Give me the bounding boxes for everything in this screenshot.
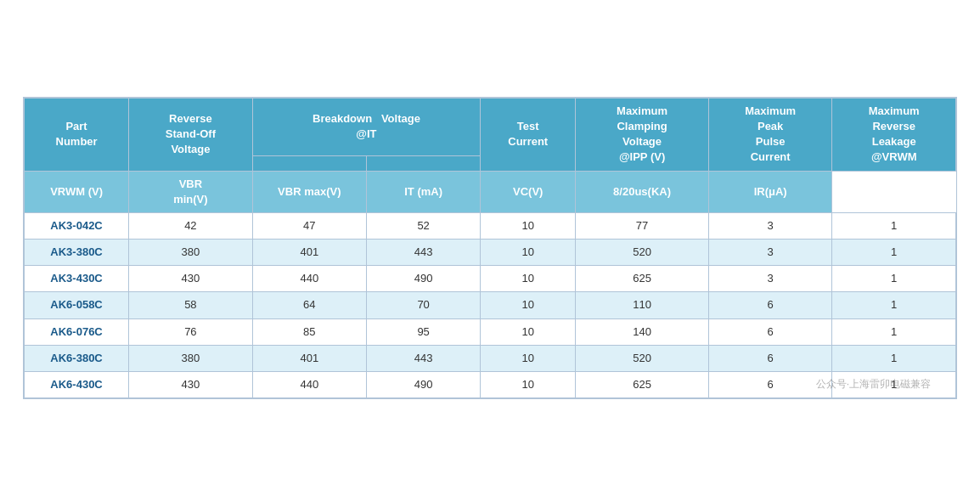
cell-vbr-max: 443 — [366, 240, 480, 266]
main-table-wrapper: Part Number Reverse Stand-Off Voltage Br… — [23, 97, 957, 399]
cell-vbr-min: 85 — [252, 318, 366, 345]
table-row: AK3-042C424752107731 — [25, 212, 956, 239]
header-clamping-voltage: Maximum Clamping Voltage @IPP (V) — [576, 98, 709, 171]
cell-vbr-min: 440 — [252, 372, 366, 398]
cell-vrwm: 430 — [129, 372, 253, 398]
table-row: AK3-380C3804014431052031 — [25, 240, 956, 266]
cell-it: 10 — [481, 345, 576, 371]
cell-vrwm: 58 — [129, 292, 253, 318]
cell-part: AK3-430C — [25, 266, 129, 292]
subheader-vbr-max: VBR max(V) — [252, 171, 366, 212]
table-row: AK6-380C3804014431052061 — [25, 345, 956, 371]
header-part-number: Part Number — [25, 98, 129, 171]
cell-peak: 6 — [708, 318, 832, 345]
cell-part: AK6-076C — [25, 318, 129, 345]
cell-vc: 77 — [576, 212, 709, 239]
subheader-vbr-min: VBR min(V) — [129, 171, 253, 212]
cell-ir: 1 — [832, 212, 956, 239]
cell-part: AK6-058C — [25, 292, 129, 318]
cell-it: 10 — [481, 266, 576, 292]
cell-part: AK6-380C — [25, 345, 129, 371]
cell-peak: 6 — [708, 372, 832, 398]
cell-it: 10 — [481, 212, 576, 239]
table-row: AK6-430C4304404901062561 — [25, 372, 956, 398]
cell-vbr-max: 490 — [366, 266, 480, 292]
cell-vbr-max: 70 — [366, 292, 480, 318]
cell-vbr-min: 440 — [252, 266, 366, 292]
cell-ir: 1 — [832, 266, 956, 292]
cell-it: 10 — [481, 372, 576, 398]
subheader-ir-ua: IR(μA) — [708, 171, 832, 212]
subheader-it-ma: IT (mA) — [366, 171, 480, 212]
header-peak-pulse: Maximum Peak Pulse Current — [708, 98, 832, 171]
header-test-current: Test Current — [481, 98, 576, 171]
cell-vc: 625 — [576, 372, 709, 398]
subheader-peak-ka: 8/20us(KA) — [576, 171, 709, 212]
cell-vrwm: 42 — [129, 212, 253, 239]
header-vrwm: Reverse Stand-Off Voltage — [129, 98, 253, 171]
cell-vc: 625 — [576, 266, 709, 292]
cell-peak: 6 — [708, 292, 832, 318]
cell-vc: 110 — [576, 292, 709, 318]
subheader-vc-v: VC(V) — [481, 171, 576, 212]
header-vbr-max-top — [366, 155, 480, 171]
header-leakage: Maximum Reverse Leakage @VRWM — [832, 98, 956, 171]
cell-vrwm: 430 — [129, 266, 253, 292]
cell-it: 10 — [481, 240, 576, 266]
cell-vc: 140 — [576, 318, 709, 345]
cell-it: 10 — [481, 292, 576, 318]
cell-ir: 1 — [832, 318, 956, 345]
cell-part: AK3-380C — [25, 240, 129, 266]
cell-vbr-min: 64 — [252, 292, 366, 318]
cell-vbr-max: 443 — [366, 345, 480, 371]
header-breakdown-voltage: Breakdown Voltage @IT — [252, 98, 481, 155]
cell-it: 10 — [481, 318, 576, 345]
cell-peak: 6 — [708, 345, 832, 371]
table-row: AK6-076C7685951014061 — [25, 318, 956, 345]
cell-ir: 1 — [832, 372, 956, 398]
cell-peak: 3 — [708, 240, 832, 266]
cell-vrwm: 76 — [129, 318, 253, 345]
table-row: AK3-430C4304404901062531 — [25, 266, 956, 292]
cell-ir: 1 — [832, 240, 956, 266]
cell-ir: 1 — [832, 345, 956, 371]
cell-part: AK3-042C — [25, 212, 129, 239]
cell-peak: 3 — [708, 212, 832, 239]
cell-vbr-min: 47 — [252, 212, 366, 239]
header-vbr-min-top — [252, 155, 366, 171]
cell-vrwm: 380 — [129, 345, 253, 371]
table-row: AK6-058C5864701011061 — [25, 292, 956, 318]
subheader-vrwm-v: VRWM (V) — [25, 171, 129, 212]
cell-vc: 520 — [576, 240, 709, 266]
cell-vbr-min: 401 — [252, 345, 366, 371]
cell-ir: 1 — [832, 292, 956, 318]
cell-vbr-min: 401 — [252, 240, 366, 266]
cell-part: AK6-430C — [25, 372, 129, 398]
cell-vrwm: 380 — [129, 240, 253, 266]
cell-vbr-max: 490 — [366, 372, 480, 398]
data-table: Part Number Reverse Stand-Off Voltage Br… — [24, 98, 956, 398]
cell-vbr-max: 52 — [366, 212, 480, 239]
cell-vc: 520 — [576, 345, 709, 371]
cell-vbr-max: 95 — [366, 318, 480, 345]
cell-peak: 3 — [708, 266, 832, 292]
